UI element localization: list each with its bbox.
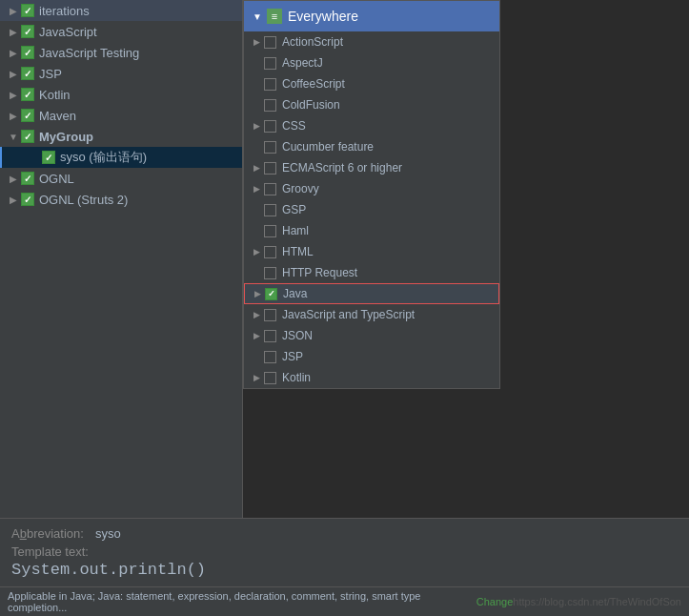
dropdown-item-jspdrop[interactable]: JSP <box>244 346 499 367</box>
item-label: ECMAScript 6 or higher <box>282 161 402 175</box>
abbreviation-label: Abbreviation: <box>11 526 84 541</box>
dropdown-item-actionscript[interactable]: ActionScript <box>244 31 499 52</box>
item-label: JSP <box>39 67 62 81</box>
check-icon <box>42 151 55 164</box>
checkbox[interactable] <box>264 246 276 258</box>
checkbox[interactable] <box>264 351 276 363</box>
chevron-icon <box>8 26 19 37</box>
item-label: Kotlin <box>39 88 71 102</box>
chevron-icon <box>8 194 19 205</box>
chevron-icon <box>252 37 261 47</box>
item-label: Groovy <box>282 182 319 195</box>
item-label: ActionScript <box>282 35 343 49</box>
dropdown-header-text: Everywhere <box>288 9 358 24</box>
chevron-icon <box>8 110 19 121</box>
item-label: Cucumber feature <box>282 140 374 154</box>
item-label: iterations <box>39 4 90 18</box>
checkbox[interactable] <box>264 78 276 91</box>
checkbox[interactable] <box>264 372 276 384</box>
checkbox[interactable] <box>264 162 276 175</box>
item-label: Kotlin <box>282 371 311 384</box>
item-label: ColdFusion <box>282 98 340 112</box>
checkbox[interactable] <box>264 99 276 112</box>
bottom-section: Abbreviation: syso Template text: System… <box>0 518 689 586</box>
tree-item-javascript[interactable]: JavaScript <box>0 21 242 42</box>
checkbox[interactable] <box>264 204 276 216</box>
check-icon <box>21 88 34 101</box>
check-icon <box>21 4 34 17</box>
item-label: HTTP Request <box>282 266 357 279</box>
checkbox[interactable] <box>264 309 276 321</box>
dropdown-item-groovy[interactable]: Groovy <box>244 178 499 199</box>
item-label: Java <box>283 287 307 300</box>
checkbox[interactable] <box>264 330 276 342</box>
chevron-icon <box>252 247 261 257</box>
dropdown-item-coldfusion[interactable]: ColdFusion <box>244 94 499 115</box>
item-label: JavaScript <box>39 25 97 39</box>
dropdown-item-ecmascript6[interactable]: ECMAScript 6 or higher <box>244 157 499 178</box>
check-icon <box>21 67 34 80</box>
abbreviation-value: syso <box>95 526 121 541</box>
item-label: syso (输出语句) <box>60 149 147 166</box>
dropdown-item-java[interactable]: Java <box>244 283 499 304</box>
dropdown-header[interactable]: Everywhere <box>244 1 499 31</box>
chevron-icon <box>252 184 261 194</box>
tree-item-iterations[interactable]: iterations <box>0 0 242 21</box>
chevron-icon <box>8 173 19 184</box>
dropdown-item-css[interactable]: CSS <box>244 115 499 136</box>
watermark: https://blog.csdn.net/TheWindOfSon <box>513 596 681 607</box>
chevron-icon <box>8 131 19 142</box>
status-text: Applicable in Java; Java: statement, exp… <box>8 590 476 613</box>
chevron-icon <box>252 310 261 319</box>
item-label: CoffeeScript <box>282 77 345 91</box>
chevron-icon <box>253 289 262 298</box>
dropdown-item-cucumber[interactable]: Cucumber feature <box>244 136 499 157</box>
item-label: JSP <box>282 350 303 363</box>
tree-item-mygroup[interactable]: MyGroup <box>0 126 242 147</box>
chevron-icon <box>252 121 261 131</box>
checkbox[interactable] <box>264 120 276 133</box>
checkbox[interactable] <box>264 267 276 279</box>
check-icon <box>21 109 34 122</box>
checkbox[interactable] <box>265 288 277 300</box>
tree-item-javascript-testing[interactable]: JavaScript Testing <box>0 42 242 63</box>
chevron-icon <box>8 89 19 100</box>
checkbox[interactable] <box>264 141 276 154</box>
dropdown-item-aspectj[interactable]: AspectJ <box>244 52 499 73</box>
checkbox[interactable] <box>264 225 276 237</box>
item-label: HTML <box>282 245 314 258</box>
tree-item-ognl[interactable]: OGNL <box>0 168 242 189</box>
dropdown-item-html[interactable]: HTML <box>244 241 499 262</box>
dropdown-item-javascript-typescript[interactable]: JavaScript and TypeScript <box>244 304 499 325</box>
chevron-icon <box>8 47 19 58</box>
chevron-icon <box>8 5 19 16</box>
dropdown-item-gsp[interactable]: GSP <box>244 199 499 220</box>
dropdown-panel: Everywhere ActionScript AspectJ CoffeeSc… <box>243 0 500 389</box>
chevron-icon <box>252 373 261 382</box>
item-label: CSS <box>282 119 306 133</box>
dropdown-item-kotlindrop[interactable]: Kotlin <box>244 367 499 388</box>
change-link[interactable]: Change <box>476 596 514 607</box>
item-label: JavaScript Testing <box>39 46 139 60</box>
check-icon <box>21 25 34 38</box>
checkbox[interactable] <box>264 36 276 49</box>
item-label: JavaScript and TypeScript <box>282 308 415 321</box>
dropdown-header-chevron <box>252 10 263 22</box>
item-label: GSP <box>282 203 306 216</box>
chevron-icon <box>252 331 261 340</box>
status-bar: Applicable in Java; Java: statement, exp… <box>0 586 689 616</box>
tree-item-maven[interactable]: Maven <box>0 105 242 126</box>
check-icon <box>21 130 34 143</box>
tree-item-syso[interactable]: syso (输出语句) <box>0 147 242 168</box>
chevron-icon <box>8 68 19 79</box>
tree-item-ognl-struts2[interactable]: OGNL (Struts 2) <box>0 189 242 210</box>
dropdown-item-haml[interactable]: Haml <box>244 220 499 241</box>
tree-item-jsp[interactable]: JSP <box>0 63 242 84</box>
check-icon <box>21 193 34 206</box>
dropdown-item-httprequest[interactable]: HTTP Request <box>244 262 499 283</box>
dropdown-item-json[interactable]: JSON <box>244 325 499 346</box>
checkbox[interactable] <box>264 183 276 195</box>
tree-item-kotlin[interactable]: Kotlin <box>0 84 242 105</box>
checkbox[interactable] <box>264 57 276 70</box>
dropdown-item-coffeescript[interactable]: CoffeeScript <box>244 73 499 94</box>
